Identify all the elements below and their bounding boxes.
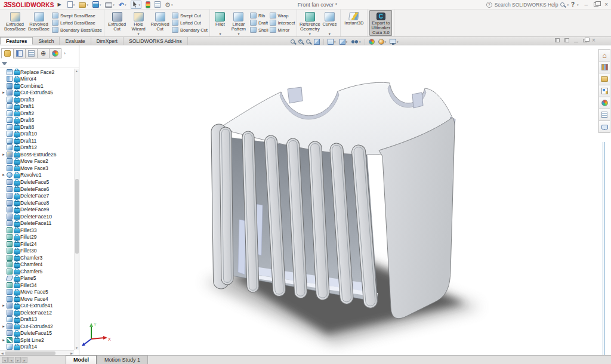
expand-arrow-icon[interactable]: [2, 152, 5, 157]
help-dropdown-arrow-icon[interactable]: ▾: [577, 3, 579, 7]
fillet-button[interactable]: Fillet: [212, 10, 229, 36]
vertical-scroll-thumb[interactable]: [75, 179, 79, 254]
revolved-cut-button[interactable]: Revolved Cut: [149, 10, 171, 36]
section-view-button[interactable]: [314, 39, 320, 45]
tree-item[interactable]: Revolve1: [0, 172, 74, 179]
propertymanager-tab[interactable]: [13, 48, 26, 58]
lofted-boss-base-button[interactable]: Lofted Boss/Base: [52, 19, 102, 26]
tree-item[interactable]: DeleteFace8: [0, 199, 74, 206]
tree-item[interactable]: Draft14: [0, 344, 74, 350]
solidworks-forum-button[interactable]: [598, 121, 610, 133]
search-dropdown-arrow-icon[interactable]: ▾: [567, 3, 569, 7]
edit-appearance-button[interactable]: [369, 39, 375, 45]
swept-boss-base-button[interactable]: Swept Boss/Base: [52, 12, 102, 19]
tree-item[interactable]: DeleteFace10: [0, 213, 74, 220]
expand-arrow-icon[interactable]: [2, 172, 5, 177]
custom-properties-button[interactable]: [598, 109, 610, 121]
nav-last-icon[interactable]: ▸: [21, 357, 27, 363]
doc-restore-button[interactable]: [583, 39, 587, 42]
tree-item[interactable]: Fillet33: [0, 227, 74, 234]
tree-item[interactable]: Draft6: [0, 117, 74, 124]
tree-item[interactable]: Fillet24: [0, 240, 74, 248]
save-button[interactable]: ▾: [92, 1, 101, 8]
featuremanager-tree-tab[interactable]: [1, 48, 14, 58]
tree-item[interactable]: Draft11: [0, 137, 74, 144]
tree-item[interactable]: Move Face3: [0, 165, 74, 172]
options-button[interactable]: ⚙▾: [165, 1, 172, 8]
extruded-cut-button[interactable]: Extruded Cut: [106, 10, 128, 36]
pane-split-icon[interactable]: [564, 38, 569, 42]
rib-button[interactable]: Rib: [250, 12, 269, 19]
dropdown-arrow-icon[interactable]: ▾: [87, 3, 88, 7]
mirror-button[interactable]: Mirror: [270, 26, 295, 33]
apply-scene-button[interactable]: ▾: [378, 39, 387, 45]
instant3d-button[interactable]: Instant3D: [342, 10, 365, 36]
tree-item[interactable]: Fillet30: [0, 247, 74, 254]
manager-tabs-overflow-arrow-icon[interactable]: ›: [64, 51, 66, 56]
task-pane-edge[interactable]: [603, 142, 605, 355]
scroll-up-arrow-icon[interactable]: ▲: [75, 69, 79, 73]
tab-features[interactable]: Features: [0, 37, 33, 45]
tree-item[interactable]: DeleteFace9: [0, 206, 74, 213]
tree-item[interactable]: Draft10: [0, 131, 74, 138]
appearances-button[interactable]: [598, 97, 610, 109]
tree-item[interactable]: Draft12: [0, 144, 74, 152]
filter-funnel-icon[interactable]: [2, 62, 7, 65]
reference-geometry-button[interactable]: Reference Geometry: [299, 10, 320, 36]
revolved-boss-base-button[interactable]: Revolved Boss/Base: [27, 10, 51, 36]
tree-item[interactable]: Replace Face2: [0, 69, 74, 76]
search-box[interactable]: ? Search SOLIDWORKS Help ▾ ? ▾ – ×: [486, 1, 611, 8]
tree-item[interactable]: Chamfer3: [0, 254, 74, 261]
view-palette-button[interactable]: [598, 85, 610, 97]
design-library-button[interactable]: [598, 61, 610, 73]
model-right-face[interactable]: [379, 118, 455, 319]
extruded-boss-base-button[interactable]: Extruded Boss/Base: [3, 10, 27, 36]
expand-arrow-icon[interactable]: [2, 324, 5, 329]
shell-button[interactable]: Shell: [250, 26, 269, 33]
tree-item[interactable]: Fillet34: [0, 282, 74, 289]
expand-arrow-icon[interactable]: [2, 338, 5, 343]
tree-item[interactable]: Draft8: [0, 124, 74, 131]
tree-item[interactable]: DeleteFace7: [0, 192, 74, 199]
dropdown-arrow-icon[interactable]: ▾: [139, 3, 141, 7]
dropdown-arrow-icon[interactable]: ▾: [397, 40, 399, 44]
scroll-right-arrow-icon[interactable]: ▶: [69, 351, 74, 355]
tree-horizontal-scrollbar[interactable]: ◀ ▶: [0, 350, 74, 355]
tree-item[interactable]: Cut-Extrude45: [0, 90, 74, 97]
lofted-cut-button[interactable]: Lofted Cut: [172, 19, 208, 26]
tab-solidworks-add-ins[interactable]: SOLIDWORKS Add-Ins: [124, 37, 188, 45]
dropdown-arrow-icon[interactable]: ▾: [73, 3, 75, 7]
hole-wizard-button[interactable]: Hole Wizard: [128, 10, 149, 36]
tab-dimxpert[interactable]: DimXpert: [91, 37, 124, 45]
hide-show-items-button[interactable]: ▾: [351, 39, 361, 44]
tree-item[interactable]: Cut-Extrude42: [0, 323, 74, 330]
file-properties-button[interactable]: [155, 1, 161, 8]
select-button[interactable]: ▾: [131, 1, 142, 9]
help-button[interactable]: ?: [571, 1, 575, 8]
tree-item[interactable]: Draft3: [0, 96, 74, 103]
tree-item[interactable]: DeleteFace15: [0, 330, 74, 337]
configurationmanager-tab[interactable]: [25, 48, 38, 58]
tree-item[interactable]: DeleteFace11: [0, 220, 74, 227]
tree-vertical-scrollbar[interactable]: ▲ ▼: [74, 69, 79, 350]
tree-item[interactable]: Move Face2: [0, 158, 74, 165]
solidworks-resources-button[interactable]: ⌂: [598, 49, 610, 61]
tree-item[interactable]: Draft2: [0, 110, 74, 117]
boundary-boss-base-button[interactable]: Boundary Boss/Base: [52, 26, 102, 33]
zoom-to-fit-button[interactable]: [291, 39, 295, 44]
doc-close-button[interactable]: ×: [592, 38, 595, 43]
tree-item[interactable]: Boss-Extrude26: [0, 151, 74, 158]
intersect-button[interactable]: Intersect: [270, 19, 295, 26]
tree-item[interactable]: Combine1: [0, 82, 74, 90]
tree-item[interactable]: Plane5: [0, 274, 74, 282]
dropdown-arrow-icon[interactable]: ▾: [113, 3, 115, 7]
menu-flyout-arrow-icon[interactable]: ▶: [58, 2, 61, 7]
view-orientation-button[interactable]: ▾: [328, 39, 336, 45]
new-document-button[interactable]: ▾: [67, 1, 75, 8]
motion-study-tab[interactable]: Motion Study 1: [97, 355, 148, 364]
print-button[interactable]: ▾: [105, 1, 115, 8]
fan-cover-model[interactable]: Y X: [80, 45, 598, 355]
previous-view-button[interactable]: [306, 39, 310, 44]
search-icon[interactable]: [560, 2, 564, 7]
display-style-button[interactable]: ▾: [340, 39, 348, 45]
